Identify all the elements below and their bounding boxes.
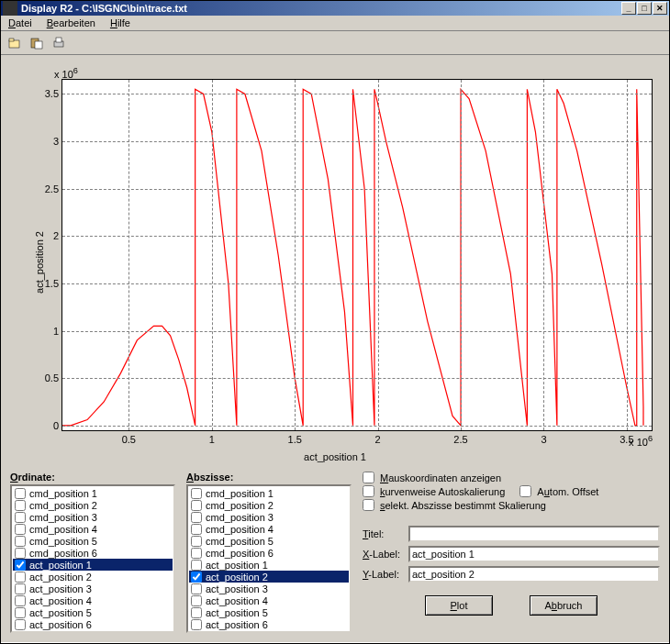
ordinate-list[interactable]: cmd_position 1cmd_position 2cmd_position… [10,484,175,633]
list-item-checkbox[interactable] [15,512,26,523]
kurvenweise-label: kurvenweise Autoskalierung [380,486,505,497]
abszisse-label: Abszisse: [186,472,352,483]
y-exponent: x 106 [54,66,78,80]
print-button[interactable] [49,33,69,53]
list-item[interactable]: act_position 2 [13,571,173,583]
window-title: Display R2 - C:\ISGNC\bin\trace.txt [21,3,621,14]
list-item-label: cmd_position 6 [206,548,274,559]
list-item-checkbox[interactable] [191,619,202,630]
list-item-label: act_position 1 [29,560,92,571]
list-item[interactable]: cmd_position 6 [13,547,173,559]
plot-button[interactable]: Plot [425,595,493,616]
list-item-checkbox[interactable] [191,524,202,535]
list-item[interactable]: act_position 5 [189,606,349,618]
list-item-label: act_position 5 [29,607,92,618]
list-item[interactable]: act_position 6 [189,618,349,630]
menu-hilfe[interactable]: Hilfe [106,16,134,30]
list-item[interactable]: cmd_position 1 [189,487,349,499]
window: Display R2 - C:\ISGNC\bin\trace.txt _ □ … [0,0,670,644]
list-item-checkbox[interactable] [191,583,202,594]
menu-bearbeiten[interactable]: Bearbeiten [43,16,99,30]
list-item-checkbox[interactable] [15,548,26,559]
list-item[interactable]: cmd_position 6 [189,547,349,559]
kurvenweise-checkbox[interactable] [363,485,374,497]
list-item-checkbox[interactable] [15,595,26,606]
bottom-panel: Ordinate: cmd_position 1cmd_position 2cm… [1,466,669,642]
svg-rect-5 [56,38,61,42]
list-item[interactable]: cmd_position 4 [189,523,349,535]
x-axis-label: act_position 1 [304,451,366,462]
list-item[interactable]: cmd_position 3 [13,511,173,523]
list-item-label: act_position 2 [206,572,268,583]
list-item-checkbox[interactable] [15,560,26,571]
list-item[interactable]: cmd_position 5 [189,535,349,547]
x-tick: 3.5 [620,434,633,445]
list-item-checkbox[interactable] [191,536,202,547]
list-item-checkbox[interactable] [15,524,26,535]
autom-offset-checkbox[interactable] [519,485,531,497]
menu-datei[interactable]: Datei [5,16,36,30]
list-item-checkbox[interactable] [15,619,26,630]
titel-label: Titel: [363,528,408,539]
y-tick: 0.5 [45,372,59,383]
list-item-checkbox[interactable] [191,512,202,523]
xlabel-input[interactable] [408,546,660,562]
ylabel-input[interactable] [408,566,660,583]
x-tick: 1 [209,434,215,445]
svg-rect-3 [35,41,42,49]
list-item[interactable]: act_position 5 [13,606,173,618]
app-icon [3,1,17,16]
maximize-button[interactable]: □ [637,2,652,15]
abszisse-list[interactable]: cmd_position 1cmd_position 2cmd_position… [186,484,352,633]
list-item[interactable]: act_position 3 [13,583,173,594]
list-item-checkbox[interactable] [15,583,26,594]
open-file-icon [7,36,22,50]
list-item-label: act_position 4 [29,595,92,606]
y-tick: 3 [53,136,59,147]
list-item[interactable]: act_position 4 [189,594,349,606]
list-item[interactable]: cmd_position 4 [13,523,173,535]
list-item[interactable]: cmd_position 3 [189,511,349,523]
list-item-checkbox[interactable] [191,595,202,606]
list-item[interactable]: cmd_position 5 [13,535,173,547]
list-item-checkbox[interactable] [15,572,26,583]
list-item[interactable]: act_position 1 [13,559,173,571]
list-item[interactable]: cmd_position 2 [13,499,173,511]
plot-box: 0.511.522.533.500.511.522.533.5 [61,79,653,431]
mauskoord-label: Mauskoordinaten anzeigen [380,472,501,483]
titel-input[interactable] [408,526,660,542]
list-item-checkbox[interactable] [191,548,202,559]
mauskoord-checkbox[interactable] [363,472,374,483]
list-item-label: cmd_position 2 [206,500,274,511]
open-file-button[interactable] [5,33,25,53]
list-item-checkbox[interactable] [191,560,202,571]
list-item[interactable]: act_position 1 [189,559,349,571]
x-tick: 0.5 [122,434,136,445]
ylabel-label: Y-Label: [363,569,408,580]
list-item[interactable]: cmd_position 1 [13,487,173,499]
list-item-checkbox[interactable] [191,607,202,618]
selekt-checkbox[interactable] [363,499,374,511]
list-item-label: act_position 5 [206,607,268,618]
list-item-label: act_position 3 [29,583,92,594]
list-item[interactable]: act_position 4 [13,594,173,606]
ordinate-label: Ordinate: [10,472,175,483]
list-item-checkbox[interactable] [191,572,202,583]
abbruch-button[interactable]: Abbruch [530,595,597,616]
close-button[interactable]: ✕ [653,2,667,15]
list-item-checkbox[interactable] [191,488,202,499]
list-item-label: act_position 6 [29,619,92,630]
list-item-checkbox[interactable] [15,536,26,547]
list-item-label: cmd_position 1 [29,488,97,499]
list-item-checkbox[interactable] [15,607,26,618]
list-item[interactable]: act_position 3 [189,583,349,594]
list-item-checkbox[interactable] [15,500,26,511]
list-item[interactable]: act_position 2 [189,571,349,583]
minimize-button[interactable]: _ [621,2,636,15]
list-item-checkbox[interactable] [191,500,202,511]
list-item[interactable]: act_position 6 [13,618,173,630]
y-tick: 2 [53,230,59,241]
paste-button[interactable] [27,33,47,53]
list-item[interactable]: cmd_position 2 [189,499,349,511]
list-item-checkbox[interactable] [15,488,26,499]
